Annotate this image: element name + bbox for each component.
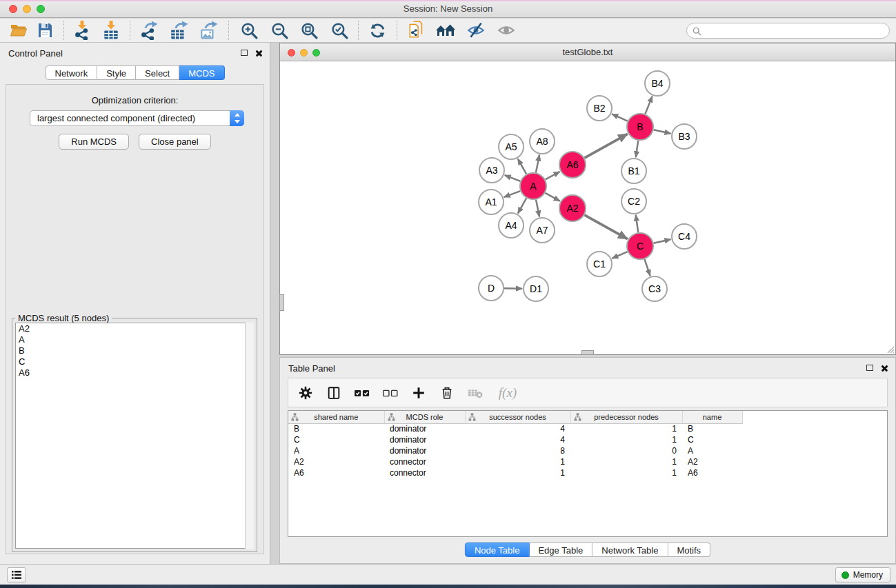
- table-row[interactable]: Cdominator41C: [288, 434, 742, 445]
- graph-edge[interactable]: [505, 175, 521, 181]
- resize-grip-icon[interactable]: [886, 345, 895, 354]
- result-item[interactable]: B: [16, 345, 253, 356]
- column-header[interactable]: predecessor nodes: [570, 411, 682, 423]
- table-cell[interactable]: C: [682, 434, 742, 445]
- graph-edge[interactable]: [504, 191, 521, 197]
- table-cell[interactable]: 1: [570, 434, 682, 445]
- table-cell[interactable]: 4: [465, 434, 570, 445]
- result-item[interactable]: C: [16, 356, 253, 367]
- graph-edge[interactable]: [536, 155, 539, 173]
- table-cell[interactable]: 1: [465, 467, 570, 478]
- float-panel-icon[interactable]: [241, 50, 248, 56]
- graph-edge[interactable]: [584, 134, 627, 158]
- column-header[interactable]: successor nodes: [465, 411, 570, 423]
- graph-node[interactable]: C1: [587, 252, 612, 276]
- zoom-out-button[interactable]: [269, 20, 290, 41]
- zoom-window-button[interactable]: [37, 5, 45, 13]
- table-cell[interactable]: B: [288, 423, 384, 434]
- table-cell[interactable]: 1: [465, 456, 570, 467]
- table-cell[interactable]: dominator: [384, 434, 465, 445]
- search-field[interactable]: [686, 23, 890, 39]
- result-item[interactable]: A2: [16, 323, 253, 334]
- graph-edge[interactable]: [644, 259, 650, 276]
- table-cell[interactable]: dominator: [384, 423, 465, 434]
- table-tab-edge-table[interactable]: Edge Table: [529, 543, 593, 557]
- graph-node[interactable]: C4: [672, 224, 697, 249]
- table-cell[interactable]: A2: [288, 456, 384, 467]
- table-tab-node-table[interactable]: Node Table: [465, 543, 530, 557]
- graph-node[interactable]: A4: [499, 213, 524, 238]
- graph-edge[interactable]: [636, 141, 638, 157]
- graph-node[interactable]: A2: [559, 195, 586, 221]
- table-cell[interactable]: 8: [465, 445, 570, 456]
- column-visibility-button[interactable]: [325, 384, 343, 402]
- graph-edge[interactable]: [545, 193, 559, 201]
- network-zoom-button[interactable]: [312, 49, 320, 57]
- table-cell[interactable]: 0: [570, 445, 682, 456]
- graph-node[interactable]: A5: [499, 134, 524, 159]
- splitter-grip-left[interactable]: [279, 294, 284, 311]
- table-tab-network-table[interactable]: Network Table: [593, 543, 668, 557]
- table-cell[interactable]: A6: [682, 467, 742, 478]
- table-cell[interactable]: A2: [682, 456, 742, 467]
- graph-edge[interactable]: [612, 252, 627, 258]
- zoom-fit-button[interactable]: [299, 20, 319, 41]
- import-network-button[interactable]: [72, 20, 92, 41]
- graph-node[interactable]: B4: [645, 71, 670, 96]
- graph-node[interactable]: D: [479, 276, 504, 301]
- graph-edge[interactable]: [536, 200, 539, 217]
- table-settings-button[interactable]: [297, 384, 315, 402]
- graph-edge[interactable]: [546, 172, 560, 179]
- criterion-select[interactable]: largest connected component (directed): [30, 110, 244, 126]
- table-cell[interactable]: B: [682, 423, 742, 434]
- graph-node[interactable]: D1: [524, 276, 548, 301]
- minimize-window-button[interactable]: [23, 5, 31, 13]
- graph-node[interactable]: B3: [672, 124, 697, 149]
- table-cell[interactable]: C: [288, 434, 384, 445]
- close-window-button[interactable]: [9, 5, 17, 13]
- refresh-button[interactable]: [367, 20, 388, 41]
- column-header[interactable]: name: [682, 411, 742, 423]
- table-tab-motifs[interactable]: Motifs: [668, 543, 710, 557]
- open-session-button[interactable]: [8, 20, 29, 41]
- graph-edge[interactable]: [636, 215, 639, 232]
- add-row-button[interactable]: [410, 384, 428, 402]
- graph-node[interactable]: A6: [559, 152, 586, 178]
- result-scrollbar[interactable]: [245, 323, 254, 549]
- select-all-button[interactable]: [353, 384, 371, 402]
- import-table-button[interactable]: [101, 20, 121, 41]
- graph-edge[interactable]: [584, 215, 627, 239]
- graph-node[interactable]: C: [627, 233, 653, 259]
- graph-edge[interactable]: [612, 114, 628, 121]
- graph-node[interactable]: B2: [587, 96, 612, 121]
- table-cell[interactable]: 1: [570, 467, 682, 478]
- graph-node[interactable]: A7: [530, 218, 555, 243]
- table-cell[interactable]: 1: [570, 423, 682, 434]
- export-image-button[interactable]: [198, 20, 219, 41]
- run-mcds-button[interactable]: Run MCDS: [59, 134, 129, 150]
- graph-node[interactable]: A1: [479, 190, 504, 214]
- table-cell[interactable]: A: [288, 445, 384, 456]
- tab-style[interactable]: Style: [97, 65, 136, 80]
- column-header[interactable]: MCDS role: [384, 411, 465, 423]
- tab-network[interactable]: Network: [45, 65, 97, 80]
- memory-button[interactable]: Memory: [835, 567, 890, 582]
- table-cell[interactable]: 4: [465, 423, 570, 434]
- network-minimize-button[interactable]: [300, 49, 308, 57]
- close-table-panel-icon[interactable]: [881, 364, 888, 372]
- hide-panels-button[interactable]: [466, 20, 486, 41]
- table-row[interactable]: Bdominator41B: [288, 423, 742, 434]
- result-item[interactable]: A: [16, 334, 253, 345]
- graph-edge[interactable]: [645, 97, 652, 114]
- graph-node[interactable]: B: [627, 114, 653, 140]
- show-panels-button[interactable]: [496, 20, 517, 41]
- deselect-all-button[interactable]: [381, 384, 399, 402]
- table-cell[interactable]: connector: [384, 467, 465, 478]
- splitter-grip-bottom[interactable]: [581, 350, 594, 355]
- table-row[interactable]: Adominator80A: [288, 445, 742, 456]
- mcds-result-list[interactable]: A2ABCA6: [15, 323, 254, 549]
- table-cell[interactable]: connector: [384, 456, 465, 467]
- network-close-button[interactable]: [288, 49, 295, 57]
- graph-node[interactable]: A8: [530, 129, 555, 154]
- export-table-button[interactable]: [168, 20, 189, 41]
